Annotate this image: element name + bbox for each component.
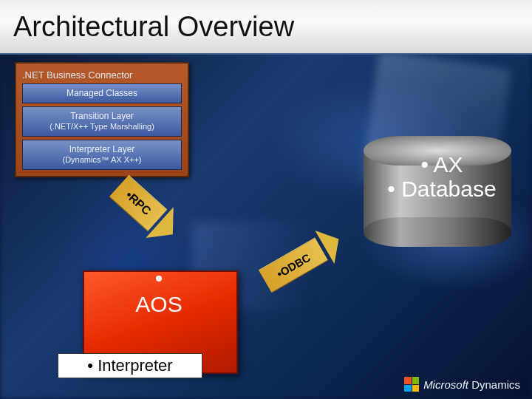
title-bar: Architectural Overview [0, 0, 532, 55]
footer-product: Dynamics [471, 378, 520, 391]
connector-header: .NET Business Connector [22, 69, 182, 81]
aos-text: AOS [135, 292, 182, 316]
layer-sublabel: (.NET/X++ Type Marshalling) [26, 122, 178, 132]
rpc-arrow-label: •RPC [109, 175, 168, 232]
aos-bullet: • [118, 266, 200, 292]
aos-label: • AOS [118, 266, 200, 317]
connector-layer-managed-classes: Managed Classes [22, 83, 182, 103]
page-title: Architectural Overview [13, 11, 294, 43]
layer-label: Transition Layer [70, 111, 134, 121]
rpc-arrow: •RPC [101, 167, 175, 239]
database-label: • AX • Database [353, 152, 531, 201]
net-business-connector-block: .NET Business Connector Managed Classes … [15, 62, 189, 177]
footer-logo: Microsoft Dynamics [404, 377, 520, 392]
layer-label: Interpreter Layer [69, 144, 135, 154]
footer-logo-text: Microsoft Dynamics [423, 378, 520, 391]
microsoft-flag-icon [404, 377, 419, 392]
cylinder-bottom [364, 217, 511, 247]
interpreter-block: • Interpreter [58, 353, 202, 378]
diagram-stage: .NET Business Connector Managed Classes … [0, 55, 532, 399]
layer-sublabel: (Dynamics™ AX X++) [26, 155, 178, 166]
odbc-arrow: •ODBC [250, 231, 337, 301]
database-label-line1: • AX [353, 152, 531, 177]
database-label-line2: • Database [353, 177, 531, 201]
footer-brand: Microsoft [423, 378, 468, 391]
layer-label: Managed Classes [66, 88, 137, 98]
connector-layer-interpreter: Interpreter Layer (Dynamics™ AX X++) [22, 140, 182, 170]
connector-layer-transition: Transition Layer (.NET/X++ Type Marshall… [22, 106, 182, 137]
odbc-arrow-label: •ODBC [259, 237, 328, 293]
